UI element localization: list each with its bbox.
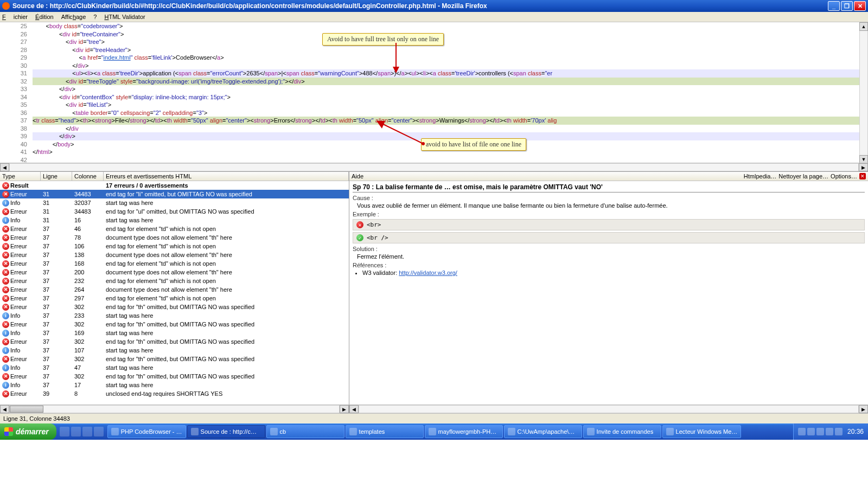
example-label: Exemple : [353, 211, 865, 217]
quicklaunch-item[interactable] [71, 427, 81, 436]
example-bad: ✕<br> [353, 219, 865, 230]
error-row[interactable]: iInfo37233start tag was here [0, 311, 349, 320]
help-hscroll[interactable]: ◀▶ [349, 404, 868, 413]
close-help-icon[interactable]: ✕ [859, 173, 866, 179]
error-row[interactable]: ✕Erreur37200document type does not allow… [0, 268, 349, 277]
task-item[interactable]: templates [346, 425, 424, 438]
error-icon: ✕ [356, 221, 363, 228]
quick-launch [60, 427, 104, 436]
refs-label: Références : [353, 262, 865, 268]
col-col[interactable]: Colonne [72, 172, 104, 181]
tray-icon[interactable] [816, 428, 824, 435]
ref-link[interactable]: http://validator.w3.org/ [399, 269, 457, 276]
scroll-right-icon[interactable]: ▶ [859, 163, 868, 171]
example-good: ✓<br /> [353, 232, 865, 243]
status-bar: Ligne 31, Colonne 34483 [0, 413, 868, 423]
help-panel: Aide Htmlpedia… Nettoyer la page… Option… [349, 172, 868, 413]
annotation-callout-2: avoid to have list of file one one line [421, 138, 526, 151]
task-item[interactable]: cb [266, 425, 344, 438]
minimize-button[interactable]: _ [828, 1, 840, 11]
taskbar: démarrer PHP CodeBrowser - …Source de : … [0, 423, 868, 440]
quicklaunch-item[interactable] [82, 427, 92, 436]
maximize-button[interactable]: ❐ [841, 1, 853, 11]
ok-icon: ✓ [356, 234, 363, 241]
tray-icon[interactable] [807, 428, 815, 435]
menu-view[interactable]: Affichage [61, 14, 86, 20]
error-row[interactable]: ✕Erreur3134483end tag for "ul" omitted, … [0, 207, 349, 216]
solution-label: Solution : [353, 246, 865, 252]
task-item[interactable]: Source de : http://c… [187, 425, 265, 438]
error-row[interactable]: ✕Erreur37168end tag for element "td" whi… [0, 259, 349, 268]
errors-panel: Type Ligne Colonne Erreurs et avertissem… [0, 172, 349, 413]
line-gutter: 252627282930313233343536373839404142 [0, 22, 30, 164]
clean-page-link[interactable]: Nettoyer la page… [778, 173, 828, 179]
clock: 20:36 [847, 428, 864, 435]
task-item[interactable]: mayflowergmbh-PH… [425, 425, 503, 438]
error-row[interactable]: iInfo37107start tag was here [0, 346, 349, 355]
scroll-left-icon[interactable]: ◀ [0, 163, 9, 171]
annotation-callout-1: Avoid to have full tree list only on one… [322, 33, 444, 46]
menu-html-validator[interactable]: HTML Validator [104, 14, 145, 20]
status-text: Ligne 31, Colonne 34483 [3, 415, 70, 422]
errors-hscroll[interactable]: ◀▶ [0, 404, 349, 413]
menu-file[interactable]: Fichier [2, 14, 28, 20]
error-row[interactable]: ✕Erreur398unclosed end-tag requires SHOR… [0, 389, 349, 398]
error-row[interactable]: iInfo37169start tag was here [0, 329, 349, 337]
scroll-up-icon[interactable]: ▲ [859, 22, 868, 31]
error-row[interactable]: ✕Erreur37302end tag for "th" omitted, bu… [0, 372, 349, 381]
col-line[interactable]: Ligne [41, 172, 72, 181]
help-toolbar: Aide Htmlpedia… Nettoyer la page… Option… [349, 172, 868, 181]
error-row[interactable]: iInfo3747start tag was here [0, 363, 349, 372]
error-row[interactable]: ✕Erreur37232end tag for element "td" whi… [0, 277, 349, 285]
start-button[interactable]: démarrer [0, 423, 56, 440]
col-type[interactable]: Type [0, 172, 41, 181]
options-link[interactable]: Options… [831, 173, 857, 179]
menubar: Fichier Édition Affichage ? HTML Validat… [0, 12, 868, 22]
help-body: Sp 70 : La balise fermante de … est omis… [349, 181, 868, 404]
vertical-scrollbar[interactable]: ▲ ▼ [859, 22, 868, 164]
errors-list[interactable]: ✕Result17 erreurs / 0 avertissements✕Err… [0, 181, 349, 404]
task-item[interactable]: Invite de commandes [583, 425, 661, 438]
error-row[interactable]: ✕Erreur37138document type does not allow… [0, 251, 349, 259]
error-row[interactable]: ✕Erreur37302end tag for "th" omitted, bu… [0, 320, 349, 329]
error-row[interactable]: ✕Erreur37302end tag for "th" omitted, bu… [0, 337, 349, 346]
system-tray: 20:36 [793, 423, 868, 440]
htmlpedia-link[interactable]: Htmlpedia… [744, 173, 777, 179]
horizontal-scrollbar[interactable]: ◀ ▶ [0, 163, 868, 171]
error-row[interactable]: ✕Erreur37297end tag for element "td" whi… [0, 294, 349, 303]
close-button[interactable]: ✕ [854, 1, 866, 11]
help-label: Aide [352, 173, 363, 179]
quicklaunch-item[interactable] [94, 427, 104, 436]
tray-icon[interactable] [798, 428, 806, 435]
firefox-icon [2, 2, 10, 10]
error-row[interactable]: ✕Erreur37302end tag for "th" omitted, bu… [0, 303, 349, 311]
windows-logo-icon [4, 427, 13, 436]
source-view: 252627282930313233343536373839404142 <bo… [0, 22, 868, 171]
errors-header: Type Ligne Colonne Erreurs et avertissem… [0, 172, 349, 181]
window-titlebar: Source de : http://cc/ClubKinder/build/c… [0, 0, 868, 12]
error-row[interactable]: iInfo3116start tag was here [0, 216, 349, 224]
tray-icon[interactable] [826, 428, 833, 435]
task-item[interactable]: PHP CodeBrowser - … [107, 425, 186, 438]
menu-edit[interactable]: Édition [35, 14, 54, 20]
task-item[interactable]: C:\UwAmp\apache\… [504, 425, 582, 438]
error-row[interactable]: ✕Erreur3134483end tag for "li" omitted, … [0, 190, 349, 198]
task-item[interactable]: Lecteur Windows Me… [662, 425, 742, 438]
cause-label: Cause : [353, 195, 865, 201]
validator-panels: Type Ligne Colonne Erreurs et avertissem… [0, 171, 868, 413]
error-row[interactable]: ✕Erreur37264document type does not allow… [0, 285, 349, 294]
error-row[interactable]: ✕Erreur37106end tag for element "td" whi… [0, 242, 349, 251]
error-row[interactable]: iInfo3132037start tag was here [0, 198, 349, 207]
tray-icon[interactable] [835, 428, 843, 435]
error-row[interactable]: iInfo3717start tag was here [0, 381, 349, 389]
error-row[interactable]: ✕Erreur3746end tag for element "td" whic… [0, 224, 349, 233]
menu-help[interactable]: ? [93, 14, 97, 20]
col-msg[interactable]: Erreurs et avertissements HTML [104, 172, 349, 181]
window-title: Source de : http://cc/ClubKinder/build/c… [12, 2, 487, 10]
error-row[interactable]: ✕Erreur3778document type does not allow … [0, 233, 349, 242]
solution-text: Fermez l'élément. [357, 253, 865, 260]
cause-text: Vous avez oublié de fermer un élément. I… [357, 202, 865, 209]
task-items: PHP CodeBrowser - …Source de : http://c…… [107, 425, 742, 438]
error-row[interactable]: ✕Erreur37302end tag for "th" omitted, bu… [0, 355, 349, 363]
quicklaunch-item[interactable] [60, 427, 69, 436]
